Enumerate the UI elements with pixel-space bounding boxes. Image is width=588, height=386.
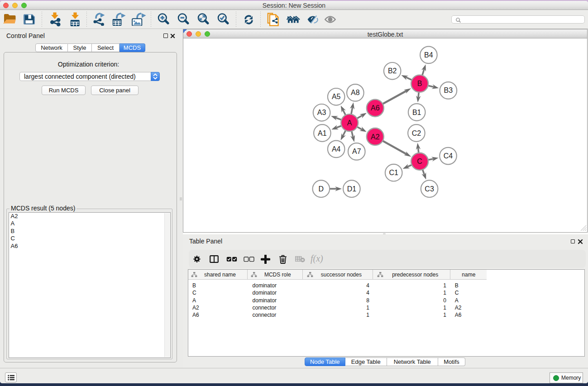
svg-text:C3: C3 [425, 185, 434, 193]
svg-text:C4: C4 [444, 152, 453, 160]
svg-text:C1: C1 [389, 169, 398, 176]
svg-text:A6: A6 [371, 104, 380, 112]
svg-text:A1: A1 [318, 129, 327, 137]
svg-text:D: D [319, 185, 324, 193]
svg-text:B1: B1 [412, 109, 421, 116]
svg-text:B: B [417, 80, 422, 87]
svg-text:B2: B2 [388, 67, 397, 75]
svg-text:B4: B4 [424, 51, 433, 59]
svg-text:A: A [347, 119, 352, 127]
svg-text:A4: A4 [332, 145, 341, 153]
svg-text:A2: A2 [371, 133, 380, 141]
svg-text:A5: A5 [332, 93, 341, 100]
svg-text:A3: A3 [317, 109, 326, 116]
svg-text:A8: A8 [351, 89, 360, 96]
svg-text:B3: B3 [444, 86, 453, 94]
svg-text:D1: D1 [347, 185, 357, 193]
svg-text:C: C [417, 157, 422, 165]
svg-text:A7: A7 [352, 148, 361, 155]
svg-text:C2: C2 [412, 129, 421, 137]
